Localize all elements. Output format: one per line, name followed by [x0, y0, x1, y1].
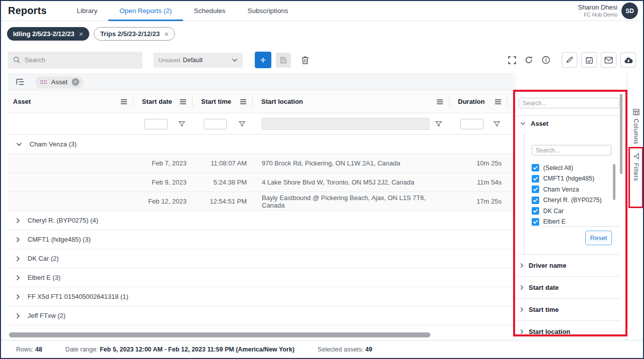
fullscreen-icon [508, 56, 516, 64]
drag-handle-icon[interactable] [40, 80, 47, 84]
filter-input-start-location [262, 118, 429, 130]
panel-scrollbar[interactable] [620, 94, 622, 174]
group-row-collapsed[interactable]: Jeff FTxw (2) [8, 306, 514, 325]
table-row[interactable]: Feb 9, 2023 5:24:38 PM 4 Lake Shore Blvd… [8, 173, 514, 192]
checkbox-option[interactable]: Cham Venza [532, 184, 618, 195]
schedule-report-button[interactable] [581, 52, 597, 68]
group-row-collapsed[interactable]: Cheryl R. (BYP0275) (4) [8, 211, 514, 230]
filter-section-start-date[interactable]: Start date [515, 276, 620, 298]
filter-input-duration[interactable] [460, 119, 484, 129]
report-chip-trips[interactable]: Trips 2/5/23-2/12/23 × [94, 27, 175, 41]
column-header-start-location[interactable]: Start location [253, 90, 449, 113]
filter-cell-asset [8, 113, 133, 134]
chevron-right-icon[interactable] [16, 218, 20, 224]
group-row-collapsed[interactable]: FF X5d FT1 015405002641318 (1) [8, 287, 514, 306]
filter-section-driver-name[interactable]: Driver name [515, 254, 620, 276]
filter-section-start-location[interactable]: Start location [515, 320, 620, 340]
group-row-collapsed[interactable]: CMFT1 (hdge485) (3) [8, 230, 514, 249]
email-report-button[interactable] [601, 52, 616, 68]
funnel-icon[interactable] [435, 121, 442, 127]
funnel-icon[interactable] [494, 121, 500, 127]
table-row[interactable]: Feb 12, 2023 12:54:51 PM Bayly Eastbound… [8, 192, 514, 211]
group-row-label: Elbert E (3) [28, 274, 61, 281]
asset-filter-search-input[interactable] [532, 145, 611, 155]
chevron-right-icon[interactable] [16, 237, 20, 243]
checkbox-checked-icon[interactable] [532, 164, 539, 171]
status-bar: Rows: 48 Date range: Feb 5, 2023 12:00 A… [1, 340, 643, 358]
save-view-button[interactable] [276, 53, 291, 68]
save-icon [279, 56, 287, 64]
close-icon[interactable]: × [164, 30, 169, 38]
tab-subscriptions[interactable]: Subscriptions [237, 1, 299, 21]
checkbox-option[interactable]: Elbert E [532, 217, 618, 227]
chevron-right-icon [520, 263, 524, 268]
tab-filters[interactable]: Filters [627, 153, 644, 181]
column-menu-icon[interactable] [436, 99, 443, 105]
filters-search-input[interactable] [519, 98, 619, 108]
report-chip-idling[interactable]: Idling 2/5/23-2/12/23 × [7, 27, 89, 41]
column-menu-icon[interactable] [120, 99, 127, 105]
reset-button[interactable]: Reset [585, 231, 612, 245]
checkbox-option[interactable]: Cheryl R. (BYP0275) [532, 195, 618, 206]
column-header-start-date[interactable]: Start date [133, 90, 193, 113]
download-report-button[interactable] [620, 52, 636, 68]
group-row-collapsed[interactable]: DK Car (2) [8, 249, 514, 268]
group-row-expanded[interactable]: Cham Venza (3) [8, 135, 514, 154]
search-box[interactable] [8, 52, 142, 69]
filter-section-start-time[interactable]: Start time [515, 298, 620, 320]
funnel-icon[interactable] [239, 121, 245, 127]
group-row-collapsed[interactable]: Elbert E (3) [8, 268, 514, 287]
column-header-start-time[interactable]: Start time [193, 90, 253, 113]
chevron-right-icon[interactable] [16, 313, 20, 319]
chevron-down-icon[interactable] [16, 142, 22, 146]
checkbox-checked-icon[interactable] [532, 207, 539, 215]
delete-view-button[interactable] [301, 56, 309, 65]
tab-columns[interactable]: Columns [627, 109, 644, 144]
view-dropdown[interactable]: Unsaved Default [153, 53, 243, 68]
cell-asset [8, 173, 133, 192]
info-button[interactable] [542, 56, 550, 64]
tab-open-reports[interactable]: Open Reports (2) [108, 1, 183, 21]
checkbox-checked-icon[interactable] [532, 186, 539, 193]
search-icon [13, 56, 21, 64]
checkbox-checked-icon[interactable] [532, 197, 539, 204]
tab-library[interactable]: Library [66, 1, 108, 21]
avatar[interactable]: SD [621, 3, 638, 19]
date-range: Date range: Feb 5, 2023 12:00 AM - Feb 1… [65, 346, 294, 353]
groupby-chip-asset[interactable]: Asset × [36, 76, 84, 88]
user-menu[interactable]: Sharon Dhesi FC Hub Demo SD [578, 1, 638, 21]
checkbox-option[interactable]: (Select All) [532, 162, 618, 173]
chevron-right-icon[interactable] [16, 275, 20, 281]
tab-schedules[interactable]: Schedules [183, 1, 237, 21]
refresh-button[interactable] [525, 56, 533, 64]
filter-section-asset[interactable]: Asset [520, 120, 548, 127]
column-header-duration[interactable]: Duration [449, 90, 508, 113]
column-header-asset[interactable]: Asset [8, 90, 133, 113]
column-menu-icon[interactable] [495, 99, 502, 105]
table-header-row: Asset Start date Start time Start locati… [8, 90, 514, 113]
add-view-button[interactable]: + [255, 52, 271, 68]
cell-start-date: Feb 9, 2023 [133, 173, 193, 192]
column-menu-icon[interactable] [180, 99, 187, 105]
group-row-label: FF X5d FT1 015405002641318 (1) [28, 293, 128, 300]
fullscreen-button[interactable] [508, 56, 516, 64]
cell-start-date: Feb 7, 2023 [133, 154, 193, 172]
column-menu-icon[interactable] [240, 99, 247, 105]
checkbox-checked-icon[interactable] [532, 218, 539, 226]
search-input[interactable] [25, 56, 137, 64]
checkbox-option[interactable]: CMFT1 (hdge485) [532, 173, 618, 185]
list-scrollbar[interactable] [613, 164, 615, 200]
checkbox-checked-icon[interactable] [532, 175, 539, 183]
table-row[interactable]: Feb 7, 2023 11:08:07 AM 970 Brock Rd, Pi… [8, 154, 514, 173]
checkbox-option[interactable]: DK Car [532, 206, 618, 217]
chevron-right-icon[interactable] [16, 294, 20, 300]
chevron-right-icon[interactable] [16, 256, 20, 262]
filter-input-start-date[interactable] [144, 119, 168, 129]
horizontal-scrollbar[interactable] [9, 332, 430, 337]
trash-icon [301, 56, 309, 65]
funnel-icon[interactable] [179, 121, 185, 127]
close-icon[interactable]: × [79, 30, 83, 38]
remove-group-icon[interactable]: × [72, 78, 79, 86]
filter-input-start-time[interactable] [204, 119, 227, 129]
edit-report-button[interactable] [562, 52, 577, 68]
